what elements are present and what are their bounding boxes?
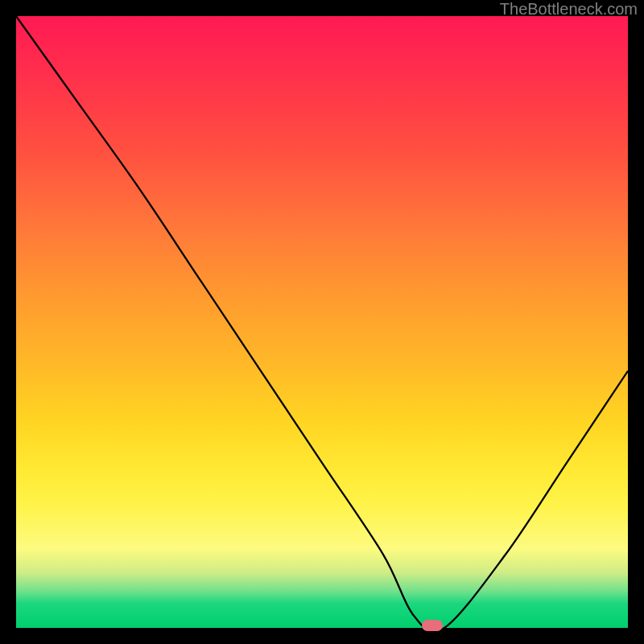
bottleneck-chart: TheBottleneck.com	[0, 0, 644, 644]
bottleneck-curve	[16, 16, 628, 628]
optimal-point-marker	[422, 620, 443, 631]
plot-area	[16, 16, 628, 628]
watermark-text: TheBottleneck.com	[500, 0, 638, 19]
